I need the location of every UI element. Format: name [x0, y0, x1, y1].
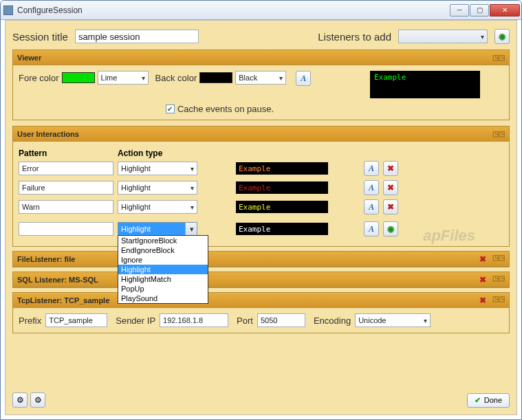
font-button[interactable]: A — [364, 161, 379, 176]
fore-color-label: Fore color — [19, 73, 59, 83]
back-color-select[interactable]: Black — [235, 71, 286, 85]
viewer-header[interactable]: Viewer ◳◳ — [13, 50, 509, 65]
sql-listener-label: SQL Listener: MS-SQL — [17, 276, 98, 284]
maximize-button[interactable]: ▢ — [470, 4, 489, 16]
app-icon — [3, 5, 13, 15]
senderip-label: Sender IP — [116, 316, 155, 326]
client-area: Session title Listeners to add ◉ Viewer … — [5, 20, 517, 415]
file-listener-header[interactable]: FileListener: file ✖◳◳ — [13, 252, 509, 267]
viewer-header-label: Viewer — [17, 54, 41, 62]
dropdown-option-selected[interactable]: Highlight — [118, 265, 208, 274]
action-type-select[interactable]: Highlight — [118, 181, 197, 195]
add-interaction-button[interactable]: ◉ — [383, 221, 398, 236]
file-listener-section: FileListener: file ✖◳◳ — [12, 251, 510, 267]
viewer-section: Viewer ◳◳ Fore color Lime Back color Bla… — [12, 49, 510, 120]
delete-button[interactable]: ✖ — [383, 180, 398, 195]
add-listener-button[interactable]: ◉ — [494, 29, 510, 44]
interaction-row-new: Highlight▾ Example A ◉ StartIgnoreBlock … — [19, 221, 503, 236]
collapse-icon[interactable]: ◳◳ — [492, 54, 505, 61]
encoding-label: Encoding — [314, 316, 351, 326]
collapse-icon[interactable]: ◳◳ — [492, 254, 505, 265]
example-preview: Example — [236, 181, 328, 194]
interactions-header-label: User Interactions — [17, 130, 79, 138]
interactions-section: User Interactions ◳◳ Pattern Action type… — [12, 126, 510, 247]
pattern-column-header: Pattern — [19, 147, 113, 159]
window-title: ConfigureSession — [17, 5, 450, 15]
interactions-header[interactable]: User Interactions ◳◳ — [13, 126, 509, 142]
sql-listener-header[interactable]: SQL Listener: MS-SQL ✖◳◳ — [13, 272, 509, 287]
collapse-icon[interactable]: ◳◳ — [492, 295, 505, 306]
titlebar[interactable]: ConfigureSession ─ ▢ ✕ — [1, 1, 521, 20]
back-color-swatch — [199, 72, 232, 83]
senderip-input[interactable] — [160, 313, 228, 327]
example-preview: Example — [236, 223, 328, 235]
prefix-input[interactable] — [45, 313, 107, 327]
tcp-listener-section: TcpListener: TCP_sample ✖◳◳ Prefix Sende… — [12, 292, 510, 333]
bottom-bar: ⚙ ⚙ ✔ Done — [12, 393, 510, 408]
dropdown-option[interactable]: PlaySound — [118, 294, 208, 303]
done-label: Done — [484, 396, 502, 404]
delete-button[interactable]: ✖ — [477, 274, 488, 285]
action-column-header: Action type — [118, 147, 197, 159]
pattern-input[interactable] — [19, 200, 113, 214]
tcp-listener-header[interactable]: TcpListener: TCP_sample ✖◳◳ — [13, 293, 509, 308]
port-input[interactable] — [257, 313, 305, 327]
interaction-row: Highlight Example A ✖ — [19, 180, 503, 195]
back-color-label: Back color — [155, 73, 197, 83]
fore-color-select[interactable]: Lime — [98, 71, 149, 85]
example-preview: Example — [236, 201, 328, 213]
file-listener-label: FileListener: file — [17, 255, 75, 263]
close-button[interactable]: ✕ — [490, 4, 520, 16]
delete-button[interactable]: ✖ — [383, 199, 398, 214]
dropdown-option[interactable]: Ignore — [118, 255, 208, 265]
delete-button[interactable]: ✖ — [383, 161, 398, 176]
settings-button-2[interactable]: ⚙ — [30, 393, 45, 408]
action-type-select[interactable]: Highlight — [118, 200, 197, 214]
delete-button[interactable]: ✖ — [477, 254, 488, 265]
settings-button-1[interactable]: ⚙ — [12, 393, 28, 408]
font-button[interactable]: A — [364, 221, 379, 236]
font-button[interactable]: A — [364, 180, 379, 195]
fore-color-swatch — [62, 72, 95, 83]
dropdown-option[interactable]: StartIgnoreBlock — [118, 236, 208, 245]
action-type-dropdown[interactable]: StartIgnoreBlock EndIgnoreBlock Ignore H… — [118, 235, 208, 304]
action-type-select[interactable]: Highlight — [118, 162, 197, 175]
done-button[interactable]: ✔ Done — [467, 393, 510, 408]
interaction-row: Highlight Example A ✖ — [19, 161, 503, 176]
pattern-input[interactable] — [19, 222, 113, 236]
listeners-select[interactable] — [398, 30, 488, 43]
prefix-label: Prefix — [19, 316, 41, 326]
listeners-label: Listeners to add — [318, 31, 391, 43]
app-window: ConfigureSession ─ ▢ ✕ Session title Lis… — [0, 0, 522, 420]
cache-checkbox[interactable]: ✔ — [166, 104, 175, 113]
font-button[interactable]: A — [364, 199, 379, 214]
font-button[interactable]: A — [296, 71, 311, 86]
collapse-icon[interactable]: ◳◳ — [492, 274, 505, 285]
encoding-select[interactable]: Unicode — [355, 313, 431, 327]
session-title-input[interactable] — [75, 30, 199, 43]
dropdown-option[interactable]: EndIgnoreBlock — [118, 245, 208, 255]
interaction-row: Highlight Example A ✖ — [19, 199, 503, 214]
viewer-preview: Example — [370, 71, 480, 98]
action-type-select-open[interactable]: Highlight▾ — [118, 222, 197, 236]
pattern-input[interactable] — [19, 181, 113, 195]
cache-label: Cache events on pause. — [177, 104, 274, 114]
example-preview: Example — [236, 162, 328, 175]
dropdown-option[interactable]: PopUp — [118, 284, 208, 294]
dropdown-option[interactable]: HighlightMatch — [118, 274, 208, 284]
port-label: Port — [237, 316, 253, 326]
sql-listener-section: SQL Listener: MS-SQL ✖◳◳ — [12, 272, 510, 288]
tcp-listener-label: TcpListener: TCP_sample — [17, 296, 109, 305]
delete-button[interactable]: ✖ — [477, 295, 488, 306]
pattern-input[interactable] — [19, 162, 113, 175]
check-icon: ✔ — [475, 396, 481, 405]
session-title-label: Session title — [12, 31, 68, 43]
minimize-button[interactable]: ─ — [450, 4, 469, 16]
collapse-icon[interactable]: ◳◳ — [492, 130, 505, 137]
